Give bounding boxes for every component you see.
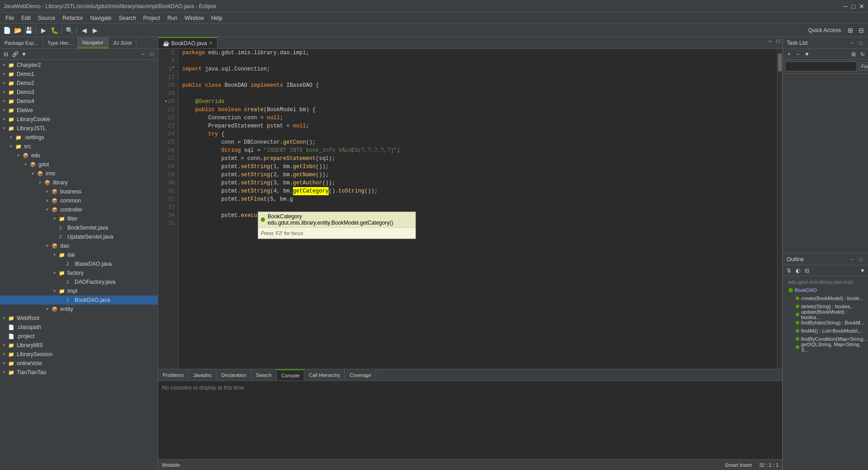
tree-item-project[interactable]: 📄.project — [0, 332, 158, 341]
bottom-tab-callhierarchy[interactable]: Call Hierarchy — [304, 369, 345, 381]
outline-method[interactable]: update(BookModel) : boolea... — [787, 310, 865, 319]
tree-item-updateservletjava[interactable]: JUpdateServlet.java — [0, 232, 158, 241]
tree-item-business[interactable]: ▼📦business — [0, 187, 158, 196]
left-tab-jujunit[interactable]: JU JUnit — [108, 37, 137, 48]
minimize-btn[interactable]: ─ — [844, 3, 848, 10]
task-min-btn[interactable]: − — [848, 39, 856, 47]
maximize-btn[interactable]: □ — [852, 3, 855, 10]
save-btn[interactable]: 💾 — [24, 25, 33, 35]
close-btn[interactable]: ✕ — [859, 3, 864, 10]
outline-sort-btn[interactable]: ⇅ — [785, 267, 793, 275]
task-refresh-btn[interactable]: ↻ — [859, 50, 867, 58]
debug-btn[interactable]: 🐛 — [49, 25, 59, 35]
tree-item-librarymis[interactable]: ▼📁LibraryMIS — [0, 341, 158, 350]
menu-item-navigate[interactable]: Navigate — [86, 14, 115, 22]
tree-item-controller[interactable]: ▼📦controller — [0, 205, 158, 214]
tree-item-demo4[interactable]: ▼📁Demo4 — [0, 97, 158, 106]
code-line-23[interactable]: PreparedStatement pstmt = null; — [179, 122, 777, 130]
tree-item-eletive[interactable]: ▼📁Eletive — [0, 106, 158, 115]
bottom-tab-console[interactable]: Console — [277, 369, 304, 381]
code-line-29[interactable]: pstmt.setString(2, bm.getName()); — [179, 171, 777, 179]
tree-item-ibasedaojava[interactable]: JIBaseDAO.java — [0, 259, 158, 268]
tree-item-bookservletjava[interactable]: JBookServlet.java — [0, 223, 158, 232]
task-menu-btn[interactable]: ▼ — [803, 50, 811, 58]
menu-item-run[interactable]: Run — [164, 14, 181, 22]
bottom-tab-javadoc[interactable]: Javadoc — [189, 369, 217, 381]
code-line-32[interactable]: pstmt.setFloat(5, bm.g — [179, 195, 777, 203]
menu-item-project[interactable]: Project — [140, 14, 164, 22]
code-line-26[interactable]: String sql = "INSERT INTO book_info VALU… — [179, 146, 777, 155]
tree-item-charpter2[interactable]: ▼📁Charpter2 — [0, 61, 158, 70]
outline-min-btn[interactable]: − — [848, 255, 856, 263]
tree-item-librarysession[interactable]: ▼📁LibrarySession — [0, 350, 158, 359]
tree-item-libraryjstl[interactable]: ▼📁LibraryJSTL — [0, 124, 158, 133]
code-line-25[interactable]: conn = DBConnector.getConn(); — [179, 138, 777, 146]
tree-item-demo3[interactable]: ▼📁Demo3 — [0, 88, 158, 97]
tree-menu-btn[interactable]: ▼ — [20, 50, 28, 58]
tree-item-settings[interactable]: ▼📁.settings — [0, 133, 158, 142]
editor-max-btn[interactable]: □ — [774, 37, 782, 45]
outline-method[interactable]: getSQLString, Map<String, S... — [787, 343, 865, 351]
task-filter-btn[interactable]: ⊞ — [849, 50, 858, 58]
code-line-17[interactable] — [179, 73, 777, 81]
tree-item-entity[interactable]: ▼📦entity — [0, 305, 158, 314]
tree-item-filter[interactable]: ▼📁filter — [0, 214, 158, 223]
outline-class[interactable]: BookDAO — [787, 286, 865, 294]
tree-item-demo2[interactable]: ▼📁Demo2 — [0, 79, 158, 88]
tree-item-library[interactable]: ▼📦library — [0, 178, 158, 187]
link-editor-btn[interactable]: 🔗 — [11, 50, 19, 58]
tree-item-dao[interactable]: ▼📦dao — [0, 241, 158, 250]
minimize-left-btn[interactable]: − — [139, 50, 147, 58]
task-new-btn[interactable]: + — [785, 50, 793, 58]
tree-item-bookdaojava[interactable]: JBookDAO.java — [0, 296, 158, 305]
forward-btn[interactable]: ▶ — [90, 25, 100, 35]
outline-max-btn[interactable]: □ — [857, 255, 865, 263]
code-line-20[interactable]: @Override — [179, 98, 777, 106]
menu-item-edit[interactable]: Edit — [18, 14, 34, 22]
tree-item-impl[interactable]: ▼📁impl — [0, 287, 158, 296]
outline-hide-btn[interactable]: ◐ — [794, 267, 802, 275]
code-content[interactable]: package edu.gdut.imis.library.dao.impl;i… — [179, 49, 777, 369]
menu-item-file[interactable]: File — [2, 14, 18, 22]
new-btn[interactable]: 📄 — [2, 25, 12, 35]
tree-item-demo1[interactable]: ▼📁Demo1 — [0, 70, 158, 79]
editor-min-btn[interactable]: − — [766, 37, 774, 45]
tree-item-librarycookie[interactable]: ▼📁LibraryCookie — [0, 115, 158, 124]
left-tab-packageexp[interactable]: Package Exp... — [0, 37, 43, 48]
code-line-19[interactable] — [179, 89, 777, 98]
tree-item-webroot[interactable]: ▼📁WebRoot — [0, 314, 158, 323]
search-btn[interactable]: 🔍 — [64, 25, 74, 35]
tree-item-tiantiantao[interactable]: ▼📁TianTianTao — [0, 368, 158, 377]
code-line-31[interactable]: pstmt.setString(4, bm.getCategory().toSt… — [179, 187, 777, 195]
outline-method[interactable]: create(BookModel) : boole... — [787, 294, 865, 302]
editor-scrollbar-thumb[interactable] — [778, 53, 782, 71]
find-input[interactable] — [785, 61, 857, 71]
editor-scrollbar[interactable] — [777, 49, 782, 369]
maximize-left-btn[interactable]: □ — [148, 50, 156, 58]
code-line-33[interactable] — [179, 203, 777, 212]
code-line-27[interactable]: pstmt = conn.prepareStatement(sql); — [179, 155, 777, 163]
tree-item-edu[interactable]: ▼📦edu — [0, 151, 158, 160]
bottom-tab-problems[interactable]: Problems — [158, 369, 189, 381]
menu-item-search[interactable]: Search — [115, 14, 140, 22]
code-editor[interactable]: 123*171819▼20212223242526272829303132333… — [158, 49, 782, 369]
collapse-all-btn[interactable]: ⊟ — [2, 50, 10, 58]
outline-method[interactable]: findByIsbn(String) : BookM... — [787, 319, 865, 327]
code-line-28[interactable]: pstmt.setString(1, bm.getIsbn()); — [179, 163, 777, 171]
tree-item-imis[interactable]: ▼📦imis — [0, 169, 158, 178]
views-btn[interactable]: ⊟ — [856, 25, 866, 35]
back-btn[interactable]: ◀ — [79, 25, 89, 35]
tree-item-gdut[interactable]: ▼📦gdut — [0, 160, 158, 169]
menu-item-window[interactable]: Window — [181, 14, 208, 22]
open-btn[interactable]: 📂 — [13, 25, 23, 35]
tree-item-daofactoryjava[interactable]: JDAOFactory.java — [0, 277, 158, 287]
editor-tab-close[interactable]: ✕ — [209, 41, 212, 46]
run-btn[interactable]: ▶ — [38, 25, 48, 35]
outline-filter-btn[interactable]: ⊟ — [803, 267, 811, 275]
tree-item-onlinevote[interactable]: ▼📁onlineVote — [0, 359, 158, 368]
tree-item-factory[interactable]: ▼📁factory — [0, 268, 158, 277]
perspectives-btn[interactable]: ⊞ — [845, 25, 855, 35]
code-line-18[interactable]: public class BookDAO implements IBaseDAO… — [179, 81, 777, 89]
find-btn[interactable]: Find — [859, 62, 868, 70]
code-line-3[interactable]: import java.sql.Connection; — [179, 65, 777, 73]
